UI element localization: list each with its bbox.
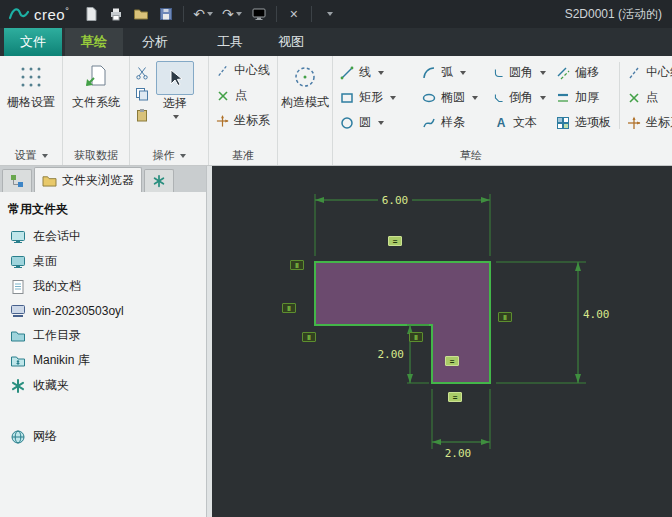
print-icon	[108, 6, 124, 22]
redo-button[interactable]: ↷	[222, 5, 242, 23]
document-title: S2D0001 (活动的)	[565, 6, 672, 23]
copy-button[interactable]	[132, 85, 152, 102]
ellipse-icon	[422, 91, 436, 105]
toolbar-options-button[interactable]	[321, 5, 337, 23]
line-dropdown-icon[interactable]	[378, 71, 384, 75]
folder-item-manikin-library[interactable]: Manikin 库	[0, 348, 206, 373]
get-data-group-label: 获取数据	[63, 148, 129, 163]
centerline-icon	[627, 66, 641, 80]
ribbon-tab-bar: 文件 草绘 分析 工具 视图	[0, 28, 672, 56]
thicken-button[interactable]: 加厚	[551, 85, 617, 110]
constraint-marker-vertical[interactable]: ‖	[282, 303, 296, 313]
settings-group-label[interactable]: 设置	[0, 148, 62, 163]
cut-button[interactable]	[132, 64, 152, 81]
text-button[interactable]: A 文本	[489, 110, 551, 135]
file-system-button[interactable]: 文件系统	[65, 58, 127, 111]
chamfer-icon	[494, 91, 504, 105]
chamfer-dropdown-icon[interactable]	[540, 96, 546, 100]
favorites-star-icon	[10, 378, 26, 394]
constraint-marker-equal[interactable]: =	[445, 356, 459, 366]
folder-item-documents[interactable]: 我的文档	[0, 274, 206, 299]
dimension-top-group: 6.00	[315, 194, 490, 256]
print-button[interactable]	[108, 5, 124, 23]
open-button[interactable]	[133, 5, 149, 23]
constraint-marker-vertical[interactable]: ‖	[302, 332, 316, 342]
tab-sketch[interactable]: 草绘	[65, 28, 123, 56]
dimension-middle[interactable]: 2.00	[378, 348, 405, 361]
save-button[interactable]	[158, 5, 174, 23]
palette-button[interactable]: 选项板	[551, 110, 617, 135]
chevron-down-icon	[327, 12, 333, 16]
settings-dropdown-icon	[42, 154, 48, 158]
tab-analysis[interactable]: 分析	[126, 28, 184, 56]
folder-item-working-directory[interactable]: 工作目录	[0, 323, 206, 348]
fillet-dropdown-icon[interactable]	[540, 71, 546, 75]
constraint-marker-equal[interactable]: =	[388, 236, 402, 246]
sketch-column-5: 中心线 点 坐标系	[622, 60, 672, 135]
constraint-marker-vertical[interactable]: ‖	[290, 260, 304, 270]
select-button[interactable]: 选择	[156, 61, 194, 123]
tab-folder-browser[interactable]: 文件夹浏览器	[34, 167, 142, 192]
open-folder-icon	[133, 6, 149, 22]
close-window-button[interactable]: ×	[286, 5, 302, 23]
offset-icon	[556, 66, 570, 80]
point-button[interactable]: 点	[211, 83, 275, 108]
operations-group-label[interactable]: 操作	[130, 148, 208, 163]
constraint-marker-vertical[interactable]: ‖	[498, 312, 512, 322]
construction-mode-button[interactable]: 构造模式	[280, 58, 330, 111]
clipboard-buttons	[132, 61, 152, 123]
ellipse-button[interactable]: 椭圆	[417, 85, 489, 110]
arc-dropdown-icon[interactable]	[460, 71, 466, 75]
title-bar: creo° ↶ ↷	[0, 0, 672, 28]
sketch-polygon[interactable]	[315, 262, 490, 383]
select-dropdown-icon[interactable]	[173, 115, 179, 119]
constraint-marker-equal[interactable]: =	[448, 392, 462, 402]
folder-item-in-session[interactable]: 在会话中	[0, 224, 206, 249]
folder-item-desktop[interactable]: 桌面	[0, 249, 206, 274]
construction-point-button[interactable]: 点	[622, 85, 672, 110]
text-icon: A	[494, 116, 508, 130]
folder-item-computer[interactable]: win-20230503oyl	[0, 299, 206, 323]
network-globe-icon	[10, 429, 26, 445]
new-file-button[interactable]	[83, 5, 99, 23]
display-options-button[interactable]	[251, 5, 267, 23]
circle-dropdown-icon[interactable]	[378, 121, 384, 125]
constraint-marker-vertical[interactable]: ‖	[409, 332, 423, 342]
folder-item-network[interactable]: 网络	[0, 424, 206, 449]
ribbon-group-sketch: 线 矩形 圆	[333, 56, 672, 165]
tab-model-tree[interactable]	[2, 169, 32, 192]
dimension-right[interactable]: 4.00	[583, 308, 610, 321]
ribbon: 栅格设置 设置 文件系统 获取数据	[0, 56, 672, 166]
ribbon-group-datum: 中心线 点 坐标系 基准	[209, 56, 278, 165]
dimension-top[interactable]: 6.00	[382, 194, 409, 207]
paste-button[interactable]	[132, 106, 152, 123]
ellipse-dropdown-icon[interactable]	[472, 96, 478, 100]
fillet-button[interactable]: 圆角	[489, 60, 551, 85]
undo-button[interactable]: ↶	[193, 5, 213, 23]
spline-button[interactable]: 样条	[417, 110, 489, 135]
grid-dots-icon	[18, 64, 44, 90]
grid-settings-button[interactable]: 栅格设置	[2, 58, 60, 111]
sketch-canvas[interactable]: 6.00 4.00 2.00 2.00	[212, 166, 672, 517]
rectangle-button[interactable]: 矩形	[335, 85, 417, 110]
construction-centerline-button[interactable]: 中心线	[622, 60, 672, 85]
circle-button[interactable]: 圆	[335, 110, 417, 135]
line-button[interactable]: 线	[335, 60, 417, 85]
centerline-button[interactable]: 中心线	[211, 58, 275, 83]
centerline-icon	[216, 64, 229, 78]
dimension-bottom[interactable]: 2.00	[445, 447, 472, 460]
copy-icon	[135, 87, 149, 101]
tab-view[interactable]: 视图	[262, 28, 320, 56]
rectangle-dropdown-icon[interactable]	[390, 96, 396, 100]
folder-item-favorites[interactable]: 收藏夹	[0, 373, 206, 398]
coordinate-system-button[interactable]: 坐标系	[211, 108, 275, 133]
arc-button[interactable]: 弧	[417, 60, 489, 85]
tab-tools[interactable]: 工具	[201, 28, 259, 56]
construction-csys-button[interactable]: 坐标系	[622, 110, 672, 135]
offset-button[interactable]: 偏移	[551, 60, 617, 85]
tab-file[interactable]: 文件	[4, 28, 62, 56]
chamfer-button[interactable]: 倒角	[489, 85, 551, 110]
library-folder-icon	[10, 353, 26, 369]
operations-dropdown-icon	[180, 154, 186, 158]
tab-favorites[interactable]	[144, 169, 174, 192]
